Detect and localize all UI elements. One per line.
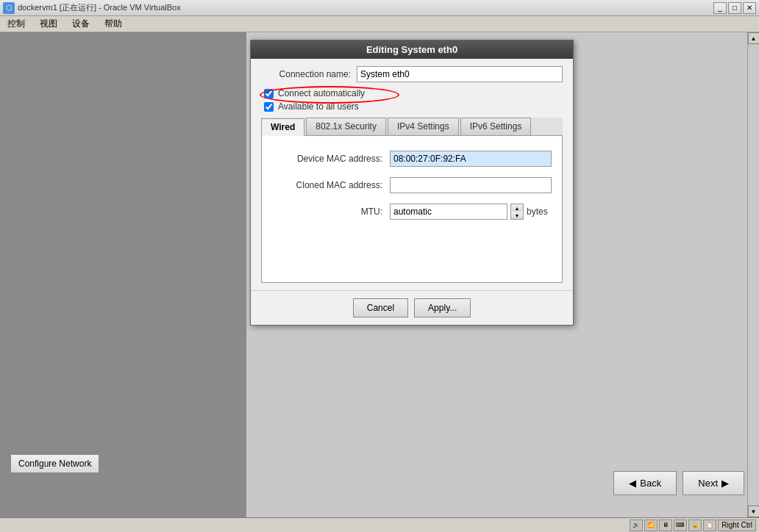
minimize-button[interactable]: _ [713, 2, 727, 14]
menu-item-help[interactable]: 帮助 [100, 16, 126, 32]
mtu-label: MTU: [272, 206, 390, 217]
tab-content-wired: Device MAC address: Cloned MAC address: … [261, 136, 563, 283]
scroll-up-arrow[interactable]: ▲ [748, 32, 760, 44]
cloned-mac-label: Cloned MAC address: [272, 180, 390, 190]
menu-item-view[interactable]: 视图 [35, 16, 62, 32]
taskbar-item-time: Right Ctrl [718, 520, 756, 531]
connect-automatically-row: Connect automatically [261, 88, 563, 98]
tab-802-1x-security[interactable]: 802.1x Security [306, 118, 386, 135]
available-all-users-row: Available to all users [261, 101, 563, 112]
next-button[interactable]: Next ▶ [683, 471, 744, 495]
back-icon: ◀ [629, 478, 636, 489]
back-label: Back [640, 478, 661, 489]
mtu-spinner-up[interactable]: ▲ [511, 204, 523, 212]
maximize-button[interactable]: □ [728, 2, 741, 14]
dialog-body: Connection name: Connect automatically A… [251, 59, 573, 290]
taskbar-item-6[interactable]: 📋 [703, 520, 716, 531]
titlebar: ⬡ dockervm1 [正在运行] - Oracle VM VirtualBo… [0, 0, 759, 16]
dialog-titlebar: Editing System eth0 [251, 40, 573, 59]
mtu-spinner-down[interactable]: ▼ [511, 212, 523, 219]
main-content: Configure Network ▲ ▼ Editing System eth… [0, 32, 759, 517]
taskbar-item-3[interactable]: 🖥 [659, 520, 672, 531]
dialog-title: Editing System eth0 [366, 44, 457, 55]
configure-network-button[interactable]: Configure Network [10, 454, 99, 473]
cancel-button[interactable]: Cancel [353, 298, 408, 317]
connection-name-row: Connection name: [261, 66, 563, 82]
mtu-spinner: ▲ ▼ [510, 204, 524, 220]
next-icon: ▶ [721, 478, 729, 489]
mtu-row: MTU: ▲ ▼ bytes [272, 204, 552, 220]
close-button[interactable]: ✕ [743, 2, 756, 14]
right-scrollbar: ▲ ▼ [747, 32, 759, 517]
menubar: 控制 视图 设备 帮助 [0, 16, 759, 32]
taskbar-item-4[interactable]: ⌨ [674, 520, 687, 531]
connection-name-label: Connection name: [261, 69, 357, 79]
editing-dialog: Editing System eth0 Connection name: Con… [250, 40, 574, 326]
menu-item-control[interactable]: 控制 [3, 16, 29, 32]
titlebar-buttons: _ □ ✕ [713, 2, 756, 14]
mtu-bytes-label: bytes [527, 206, 548, 217]
mtu-container: ▲ ▼ bytes [390, 204, 548, 220]
tab-ipv4-settings[interactable]: IPv4 Settings [388, 118, 459, 135]
mtu-input[interactable] [390, 204, 507, 220]
connect-automatically-label: Connect automatically [278, 88, 365, 98]
tab-wired[interactable]: Wired [261, 118, 304, 136]
available-all-users-checkbox[interactable] [264, 102, 274, 112]
cloned-mac-row: Cloned MAC address: [272, 177, 552, 193]
device-mac-row: Device MAC address: [272, 151, 552, 167]
apply-button[interactable]: Apply... [414, 298, 471, 317]
tabs-container: Wired 802.1x Security IPv4 Settings IPv6… [261, 118, 563, 136]
next-label: Next [698, 478, 718, 489]
taskbar-item-1[interactable]: 🔊 [630, 520, 643, 531]
app-icon: ⬡ [3, 2, 15, 14]
cloned-mac-input[interactable] [390, 177, 552, 193]
scroll-down-arrow[interactable]: ▼ [748, 506, 760, 517]
taskbar-item-2[interactable]: 📶 [644, 520, 658, 531]
taskbar-item-5[interactable]: 🔒 [688, 520, 702, 531]
device-mac-input[interactable] [390, 151, 552, 167]
menu-item-devices[interactable]: 设备 [68, 16, 94, 32]
nav-buttons: ◀ Back Next ▶ [613, 471, 744, 495]
back-button[interactable]: ◀ Back [613, 471, 677, 495]
tab-ipv6-settings[interactable]: IPv6 Settings [460, 118, 532, 135]
taskbar: 🔊 📶 🖥 ⌨ 🔒 📋 Right Ctrl [0, 517, 759, 532]
available-all-users-label: Available to all users [278, 101, 359, 112]
left-panel [0, 32, 246, 517]
device-mac-label: Device MAC address: [272, 154, 390, 164]
dialog-buttons: Cancel Apply... [251, 290, 573, 325]
connect-automatically-checkbox[interactable] [264, 89, 274, 98]
titlebar-text: dockervm1 [正在运行] - Oracle VM VirtualBox [18, 2, 710, 13]
connection-name-input[interactable] [357, 66, 563, 82]
